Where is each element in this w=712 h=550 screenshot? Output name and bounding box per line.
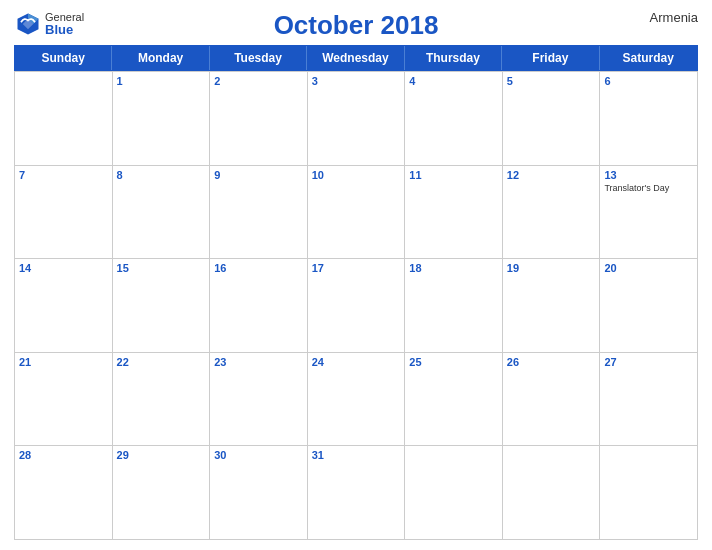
cell-number: 17	[312, 262, 401, 274]
day-thursday: Thursday	[405, 46, 502, 70]
country-label: Armenia	[650, 10, 698, 25]
calendar-cell: 14	[15, 259, 113, 353]
calendar-cell: 3	[308, 72, 406, 166]
cell-number: 18	[409, 262, 498, 274]
cell-number: 23	[214, 356, 303, 368]
cell-number: 13	[604, 169, 693, 181]
calendar-cell: 26	[503, 353, 601, 447]
day-tuesday: Tuesday	[210, 46, 307, 70]
calendar-cell: 17	[308, 259, 406, 353]
cell-number: 15	[117, 262, 206, 274]
cell-number: 20	[604, 262, 693, 274]
cell-number: 10	[312, 169, 401, 181]
days-header: Sunday Monday Tuesday Wednesday Thursday…	[14, 45, 698, 71]
calendar-cell: 6	[600, 72, 698, 166]
calendar-cell: 16	[210, 259, 308, 353]
calendar-cell: 4	[405, 72, 503, 166]
calendar-cell: 22	[113, 353, 211, 447]
logo-icon	[14, 10, 42, 38]
logo-text: General Blue	[45, 12, 84, 36]
calendar-cell: 24	[308, 353, 406, 447]
calendar-cell: 29	[113, 446, 211, 540]
calendar: General Blue October 2018 Armenia Sunday…	[0, 0, 712, 550]
cell-number: 14	[19, 262, 108, 274]
calendar-cell: 12	[503, 166, 601, 260]
cell-number: 9	[214, 169, 303, 181]
calendar-cell: 30	[210, 446, 308, 540]
calendar-header: General Blue October 2018 Armenia	[14, 10, 698, 41]
cell-number: 16	[214, 262, 303, 274]
cell-number: 27	[604, 356, 693, 368]
calendar-cell	[600, 446, 698, 540]
calendar-cell: 27	[600, 353, 698, 447]
cell-number: 31	[312, 449, 401, 461]
calendar-title: October 2018	[274, 10, 439, 41]
calendar-cell	[405, 446, 503, 540]
day-sunday: Sunday	[15, 46, 112, 70]
calendar-cell: 2	[210, 72, 308, 166]
cell-number: 30	[214, 449, 303, 461]
calendar-cell: 10	[308, 166, 406, 260]
cell-number: 1	[117, 75, 206, 87]
cell-number: 12	[507, 169, 596, 181]
calendar-cell: 20	[600, 259, 698, 353]
calendar-cell	[503, 446, 601, 540]
calendar-cell: 23	[210, 353, 308, 447]
calendar-cell: 7	[15, 166, 113, 260]
cell-number: 29	[117, 449, 206, 461]
calendar-cell: 11	[405, 166, 503, 260]
cell-number: 22	[117, 356, 206, 368]
calendar-cell: 25	[405, 353, 503, 447]
logo-blue: Blue	[45, 23, 84, 36]
cell-number: 3	[312, 75, 401, 87]
calendar-cell	[15, 72, 113, 166]
day-monday: Monday	[112, 46, 209, 70]
calendar-cell: 31	[308, 446, 406, 540]
cell-number: 25	[409, 356, 498, 368]
day-friday: Friday	[502, 46, 599, 70]
day-saturday: Saturday	[600, 46, 697, 70]
calendar-cell: 1	[113, 72, 211, 166]
cell-number: 5	[507, 75, 596, 87]
cell-number: 11	[409, 169, 498, 181]
cell-number: 24	[312, 356, 401, 368]
cell-number: 2	[214, 75, 303, 87]
cell-event: Translator's Day	[604, 183, 693, 193]
calendar-cell: 13Translator's Day	[600, 166, 698, 260]
calendar-cell: 28	[15, 446, 113, 540]
cell-number: 8	[117, 169, 206, 181]
day-wednesday: Wednesday	[307, 46, 404, 70]
cell-number: 7	[19, 169, 108, 181]
cell-number: 6	[604, 75, 693, 87]
calendar-grid: 12345678910111213Translator's Day1415161…	[14, 71, 698, 540]
cell-number: 21	[19, 356, 108, 368]
cell-number: 28	[19, 449, 108, 461]
logo: General Blue	[14, 10, 84, 38]
calendar-cell: 21	[15, 353, 113, 447]
calendar-cell: 18	[405, 259, 503, 353]
cell-number: 26	[507, 356, 596, 368]
calendar-cell: 15	[113, 259, 211, 353]
calendar-cell: 19	[503, 259, 601, 353]
cell-number: 19	[507, 262, 596, 274]
calendar-cell: 8	[113, 166, 211, 260]
calendar-cell: 5	[503, 72, 601, 166]
calendar-cell: 9	[210, 166, 308, 260]
cell-number: 4	[409, 75, 498, 87]
